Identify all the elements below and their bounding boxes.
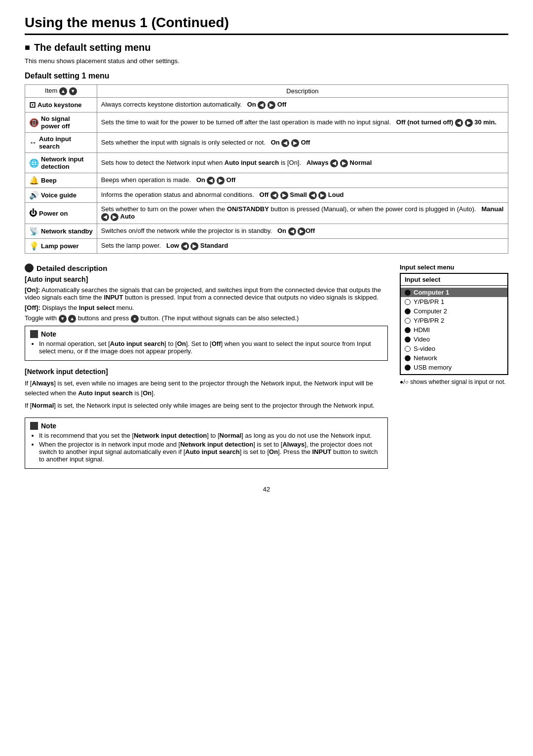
note-box-2: Note It is recommend that you set the [N… xyxy=(25,417,388,469)
panel-item: Video xyxy=(405,335,503,344)
item-cell: 🌐 Network input detection xyxy=(25,153,97,173)
nid-para2: If [Normal] is set, the Network input is… xyxy=(25,401,388,411)
left-nav-icon xyxy=(281,139,289,147)
enter-btn-icon xyxy=(131,315,139,323)
right-nav-icon xyxy=(465,119,473,127)
signal-indicator-empty xyxy=(405,346,411,352)
desc-cell: Always corrects keystone distortion auto… xyxy=(97,98,508,113)
desc-cell: Sets whether to turn on the power when t… xyxy=(97,203,508,224)
table-row: 🔊 Voice guide Informs the operation stat… xyxy=(25,188,508,203)
circle-bullet-icon xyxy=(25,264,34,272)
right-nav-icon xyxy=(318,191,326,199)
right-column: Input select menu Input select Computer … xyxy=(400,264,508,476)
table-row: 💡 Lamp power Sets the lamp power. Low St… xyxy=(25,239,508,254)
left-nav-icon xyxy=(330,159,338,167)
note2-item2: When the projector is in network input m… xyxy=(39,441,382,463)
left-nav-icon xyxy=(270,191,278,199)
desc-cell: Informs the operation status and abnorma… xyxy=(97,188,508,203)
subsection-title: Default setting 1 menu xyxy=(25,72,508,80)
panel-item: Computer 1 xyxy=(401,288,507,297)
note-list-1: In normal operation, set [Auto input sea… xyxy=(30,340,382,355)
detailed-description: Detailed description [Auto input search]… xyxy=(25,264,388,323)
page-number: 42 xyxy=(25,486,508,493)
signal-indicator-empty xyxy=(405,318,411,324)
signal-indicator-filled xyxy=(405,327,411,333)
item-cell: 🔊 Voice guide xyxy=(25,188,97,203)
note-icon-2 xyxy=(30,422,38,430)
left-nav-icon xyxy=(309,191,317,199)
toggle-description: Toggle with buttons and press button. (T… xyxy=(25,314,388,323)
right-nav-icon xyxy=(340,159,348,167)
desc-cell: Switches on/off the network while the pr… xyxy=(97,224,508,239)
item-cell: ⊡ Auto keystone xyxy=(25,98,97,113)
signal-indicator-filled xyxy=(405,355,411,361)
left-nav-icon xyxy=(455,119,463,127)
panel-item: USB memory xyxy=(405,363,503,372)
input-select-panel: Input select Computer 1 Y/PB/PR 1 Comput… xyxy=(400,273,508,375)
signal-indicator-filled xyxy=(405,365,411,371)
right-nav-icon xyxy=(291,139,299,147)
panel-item: HDMI xyxy=(405,325,503,335)
panel-items: Computer 1 Y/PB/PR 1 Computer 2 Y/PB/PR … xyxy=(401,286,507,374)
desc-cell: Sets the time to wait for the power to b… xyxy=(97,113,508,133)
input-select-menu-label: Input select menu xyxy=(400,264,508,271)
right-nav-icon xyxy=(298,227,305,235)
section-subtitle: This menu shows placement status and oth… xyxy=(25,57,508,65)
col-item-header: Item xyxy=(25,85,97,98)
item-cell: 📡 Network standby xyxy=(25,224,97,239)
note-box-1: Note In normal operation, set [Auto inpu… xyxy=(25,326,388,361)
signal-indicator-filled xyxy=(405,290,411,296)
panel-item: Computer 2 xyxy=(405,306,503,316)
left-column: Detailed description [Auto input search]… xyxy=(25,264,388,476)
signal-indicator-filled xyxy=(405,308,411,314)
panel-item: S-video xyxy=(405,344,503,353)
panel-item: Y/PB/PR 2 xyxy=(405,316,503,325)
note2-item1: It is recommend that you set the [Networ… xyxy=(39,432,382,439)
left-nav-icon xyxy=(207,177,215,185)
down-icon xyxy=(69,87,77,95)
panel-item: Network xyxy=(405,353,503,363)
table-row: 📡 Network standby Switches on/off the ne… xyxy=(25,224,508,239)
nid-para1: If [Always] is set, even while no images… xyxy=(25,378,388,398)
table-row: ⊡ Auto keystone Always corrects keystone… xyxy=(25,98,508,113)
nid-heading: [Network input detection] xyxy=(25,368,388,376)
page-title: Using the menus 1 (Continued) xyxy=(25,15,508,35)
desc-cell: Sets how to detect the Network input whe… xyxy=(97,153,508,173)
panel-title: Input select xyxy=(401,274,507,286)
left-nav-icon xyxy=(181,242,189,250)
item-cell: ⏻ Power on xyxy=(25,203,97,224)
col-desc-header: Description xyxy=(97,85,508,98)
up-btn-icon xyxy=(68,315,76,323)
auto-input-search-heading: [Auto input search] xyxy=(25,275,388,283)
left-nav-icon xyxy=(101,213,109,221)
desc-cell: Sets the lamp power. Low Standard xyxy=(97,239,508,254)
table-row: 🌐 Network input detection Sets how to de… xyxy=(25,153,508,173)
off-description: [Off]: Displays the Input select menu. xyxy=(25,304,388,311)
left-nav-icon xyxy=(258,101,266,109)
panel-legend: ●/○ shows whether signal is input or not… xyxy=(400,378,508,386)
note-item-1: In normal operation, set [Auto input sea… xyxy=(39,340,382,355)
right-nav-icon xyxy=(280,191,288,199)
table-row: ⏻ Power on Sets whether to turn on the p… xyxy=(25,203,508,224)
settings-table: Item Description ⊡ Auto keystone Always … xyxy=(25,84,508,254)
on-description: [On]: Automatically searches the signals… xyxy=(25,286,388,301)
right-nav-icon xyxy=(190,242,198,250)
panel-item: Y/PB/PR 1 xyxy=(405,297,503,306)
right-nav-icon xyxy=(267,101,275,109)
table-row: ↔ Auto input search Sets whether the inp… xyxy=(25,133,508,153)
signal-indicator-filled xyxy=(405,337,411,342)
right-nav-icon xyxy=(111,213,118,221)
desc-cell: Beeps when operation is made. On Off xyxy=(97,173,508,188)
item-cell: 📵 No signal power off xyxy=(25,113,97,133)
left-nav-icon xyxy=(288,227,296,235)
item-cell: 💡 Lamp power xyxy=(25,239,97,254)
note-list-2: It is recommend that you set the [Networ… xyxy=(30,432,382,463)
table-row: 📵 No signal power off Sets the time to w… xyxy=(25,113,508,133)
desc-cell: Sets whether the input with signals is o… xyxy=(97,133,508,153)
note-icon-1 xyxy=(30,330,38,338)
signal-indicator-empty xyxy=(405,299,411,305)
network-input-detection-section: [Network input detection] If [Always] is… xyxy=(25,368,388,411)
bottom-section: Detailed description [Auto input search]… xyxy=(25,264,508,476)
note-title-2: Note xyxy=(30,422,382,430)
detailed-desc-heading: Detailed description xyxy=(25,264,388,272)
